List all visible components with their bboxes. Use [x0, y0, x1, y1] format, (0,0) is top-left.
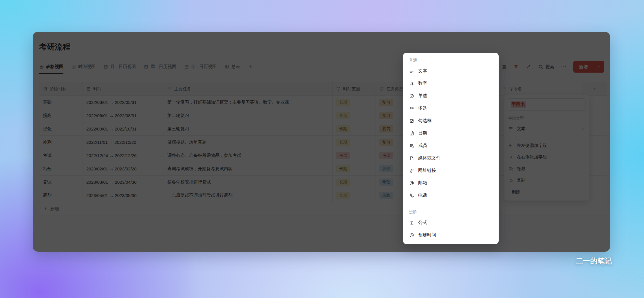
field-type-option-label: 公式 — [418, 220, 427, 226]
modal-backdrop[interactable] — [33, 32, 610, 252]
field-type-option[interactable]: 邮箱 — [403, 177, 499, 189]
clock-icon — [409, 233, 414, 238]
field-type-option-label: 数字 — [418, 80, 427, 87]
field-type-option[interactable]: 媒体或文件 — [403, 152, 499, 164]
divider — [403, 204, 499, 204]
hash-icon — [409, 81, 414, 86]
field-type-option[interactable]: 日期 — [403, 127, 499, 139]
field-type-menu: 普通文本数字单选多选勾选框日期成员媒体或文件网址链接邮箱电话进阶公式创建时间 — [403, 53, 499, 244]
field-type-option-label: 文本 — [418, 68, 427, 74]
field-type-option-label: 单选 — [418, 93, 427, 99]
field-type-option[interactable]: 成员 — [403, 139, 499, 152]
link-icon — [409, 168, 414, 173]
single-select-icon — [409, 93, 414, 99]
field-type-option[interactable]: 网址链接 — [403, 164, 499, 177]
phone-icon — [409, 193, 414, 198]
field-type-option-label: 成员 — [418, 143, 427, 149]
sigma-icon — [409, 220, 414, 225]
calendar-dots-icon — [409, 131, 414, 136]
field-type-option[interactable]: 公式 — [403, 216, 499, 229]
watermark: 二一的笔记 — [576, 256, 612, 266]
field-type-option[interactable]: 多选 — [403, 102, 499, 115]
multi-select-icon — [409, 106, 414, 111]
field-type-option-label: 多选 — [418, 105, 427, 111]
checkbox-icon — [409, 118, 414, 124]
app-window: 考研流程 表格视图时间视图月 · 日历视图周 · 日历视图年 · 日历视图总表 … — [33, 32, 610, 252]
field-type-option-label: 邮箱 — [418, 180, 427, 186]
menu-group-label: 进阶 — [403, 207, 499, 216]
desktop-background: 考研流程 表格视图时间视图月 · 日历视图周 · 日历视图年 · 日历视图总表 … — [0, 0, 644, 298]
field-type-option-label: 媒体或文件 — [418, 155, 441, 161]
field-type-option[interactable]: 电话 — [403, 189, 499, 202]
field-type-option-label: 网址链接 — [418, 168, 436, 174]
field-type-option-label: 日期 — [418, 130, 427, 136]
menu-group-label: 普通 — [403, 55, 499, 65]
field-type-option[interactable]: 创建时间 — [403, 229, 499, 241]
file-icon — [409, 156, 414, 161]
field-type-option[interactable]: 单选 — [403, 90, 499, 102]
field-type-option-label: 电话 — [418, 192, 427, 198]
field-type-option-label: 勾选框 — [418, 118, 432, 124]
field-type-option[interactable]: 文本 — [403, 65, 499, 77]
field-type-option[interactable]: 勾选框 — [403, 115, 499, 127]
people-icon — [409, 143, 414, 148]
at-icon — [409, 181, 414, 186]
text-lines-icon — [409, 69, 414, 74]
field-type-option[interactable]: 数字 — [403, 77, 499, 90]
field-type-option-label: 创建时间 — [418, 232, 436, 238]
